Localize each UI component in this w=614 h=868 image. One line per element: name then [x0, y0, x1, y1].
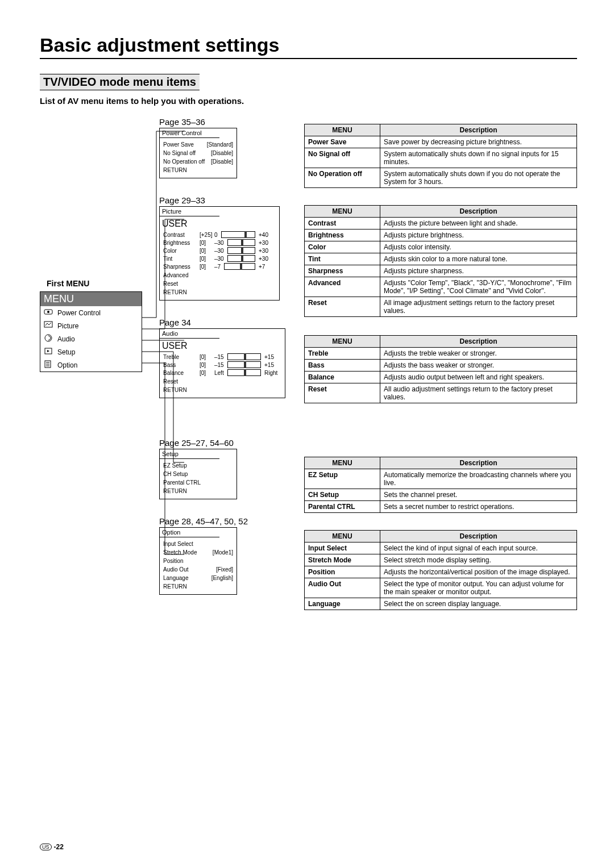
table-option: MENUDescription Input SelectSelect the k… [304, 530, 577, 610]
table-row: Parental CTRLSets a secret number to res… [305, 501, 577, 513]
cell-menu: Audio Out [305, 578, 380, 598]
cell-menu: Reset [305, 297, 380, 317]
slider-label: Brightness [163, 240, 197, 246]
cell-menu: Treble [305, 348, 380, 360]
slider-high: +15 [264, 354, 281, 360]
table-row: BrightnessAdjusts picture brightness. [305, 229, 577, 241]
slider-track [224, 263, 255, 270]
osd-option: Option Input SelectStretch Mode[Mode1]Po… [159, 527, 237, 595]
table-row: Audio OutSelect the type of monitor outp… [305, 578, 577, 598]
slider-bracket: [0] [200, 354, 212, 360]
osd-extra-item: Advanced [163, 272, 276, 278]
slider-bracket: [0] [200, 370, 212, 376]
slider-high: +30 [259, 240, 276, 246]
slider-label: Sharpness [163, 264, 197, 270]
slider-bracket: [0] [200, 362, 212, 368]
cell-desc: System automatically shuts down if you d… [380, 168, 577, 188]
table-row: Power SaveSave power by decreasing pictu… [305, 136, 577, 148]
osd-setup-title: Setup [160, 449, 219, 459]
cell-menu: Language [305, 598, 380, 610]
cell-desc: Adjusts color intensity. [380, 241, 577, 253]
menu-icon [44, 347, 53, 357]
slider-low: 0 [214, 232, 218, 238]
cell-menu: EZ Setup [305, 469, 380, 489]
menu-icon [44, 308, 53, 318]
cell-desc: Sets the channel preset. [380, 489, 577, 501]
cell-desc: Adjusts the horizontal/vertical position… [380, 566, 577, 578]
cell-desc: Adjusts picture sharpness. [380, 265, 577, 277]
cell-desc: Adjusts the picture between light and sh… [380, 218, 577, 229]
cell-desc: System automatically shuts down if no si… [380, 148, 577, 168]
cell-menu: Brightness [305, 229, 380, 241]
table-row: ResetAll image adjustment settings retur… [305, 297, 577, 317]
table-row: TintAdjusts skin color to a more natural… [305, 253, 577, 265]
cell-desc: Select the on screen display language. [380, 598, 577, 610]
cell-desc: All audio adjustment settings return to … [380, 383, 577, 403]
osd-row-label: Language [163, 575, 211, 581]
table-row: AdvancedAdjusts "Color Temp", "Black", "… [305, 277, 577, 297]
slider-low: Left [214, 370, 224, 376]
osd-extra-item: Reset [163, 281, 276, 287]
table-row: TrebleAdjusts the treble weaker or stron… [305, 348, 577, 360]
table-row: BassAdjusts the bass weaker or stronger. [305, 360, 577, 372]
table-row: EZ SetupAutomatically memorize the broad… [305, 469, 577, 489]
osd-picture-user: USER [162, 219, 276, 229]
slider-low: –15 [214, 362, 224, 368]
cell-desc: Select the type of monitor output. You c… [380, 578, 577, 598]
table-picture: MENUDescription ContrastAdjusts the pict… [304, 205, 577, 317]
page-title: Basic adjustment settings [40, 34, 577, 59]
osd-option-title: Option [160, 528, 219, 537]
osd-row-value: [Standard] [207, 141, 233, 148]
table-row: PositionAdjusts the horizontal/vertical … [305, 566, 577, 578]
cell-desc: Automatically memorize the broadcasting … [380, 469, 577, 489]
slider-label: Treble [163, 354, 197, 360]
cell-menu: Reset [305, 383, 380, 403]
svg-point-1 [47, 311, 49, 313]
cell-menu: Sharpness [305, 265, 380, 277]
slider-high: Right [264, 370, 281, 376]
slider-track [221, 231, 255, 238]
osd-audio-user: USER [162, 341, 281, 351]
menu-item-label: Setup [57, 348, 75, 356]
osd-row-value: [Fixed] [216, 566, 233, 573]
table-row: No Operation offSystem automatically shu… [305, 168, 577, 188]
cell-desc: Adjusts picture brightness. [380, 229, 577, 241]
cell-menu: CH Setup [305, 489, 380, 501]
cell-desc: Select stretch mode display setting. [380, 554, 577, 566]
table-row: No Signal offSystem automatically shuts … [305, 148, 577, 168]
menu-item-audio: Audio [40, 332, 142, 345]
cell-desc: Adjusts the treble weaker or stronger. [380, 348, 577, 360]
slider-low: –30 [214, 248, 224, 254]
cell-desc: All image adjustment settings return to … [380, 297, 577, 317]
slider-label: Color [163, 248, 197, 254]
slider-low: –7 [214, 264, 221, 270]
cell-menu: Advanced [305, 277, 380, 297]
slider-label: Balance [163, 370, 197, 376]
cell-menu: Position [305, 566, 380, 578]
slider-low: –15 [214, 354, 224, 360]
osd-extra-item: Reset [163, 378, 281, 385]
slider-label: Bass [163, 362, 197, 368]
cell-menu: Contrast [305, 218, 380, 229]
page-ref-power: Page 35–36 [159, 117, 287, 127]
osd-return: RETURN [163, 583, 233, 590]
osd-row-value: [Disable] [211, 150, 233, 156]
menu-item-label: Power Control [57, 309, 101, 317]
osd-setup-item: Parental CTRL [163, 479, 233, 486]
table-power: MENUDescription Power SaveSave power by … [304, 124, 577, 188]
slider-bracket: [0] [200, 240, 212, 246]
cell-menu: Bass [305, 360, 380, 372]
osd-row-value: [Disable] [211, 158, 233, 165]
intro-text: List of AV menu items to help you with o… [40, 96, 577, 106]
cell-menu: Power Save [305, 136, 380, 148]
section-subtitle: TV/VIDEO mode menu items [40, 74, 200, 90]
cell-menu: No Signal off [305, 148, 380, 168]
menu-item-label: Option [57, 361, 77, 369]
menu-icon [44, 360, 53, 370]
cell-desc: Adjusts the bass weaker or stronger. [380, 360, 577, 372]
osd-row-label: Audio Out [163, 566, 216, 573]
first-menu-header: MENU [40, 292, 142, 306]
cell-desc: Adjusts audio output between left and ri… [380, 372, 577, 383]
osd-picture-return: RETURN [163, 289, 276, 295]
osd-audio-return: RETURN [163, 387, 281, 393]
